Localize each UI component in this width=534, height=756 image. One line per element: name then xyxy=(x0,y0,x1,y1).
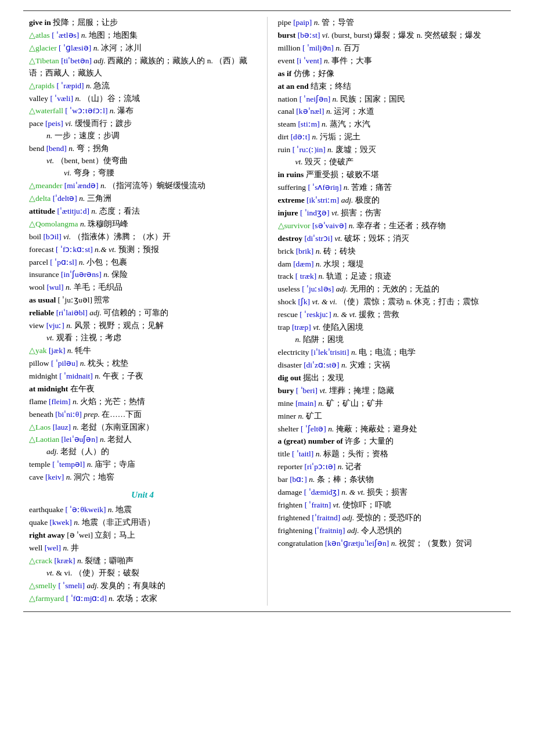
pos: n. xyxy=(341,183,349,192)
word: disaster xyxy=(278,361,302,369)
list-item: △atlas [ ˈætləs] n. 地图；地图集 xyxy=(29,30,257,42)
definition: （指液体）沸腾；（水）开 xyxy=(71,232,170,241)
phonetic: [ ˈætləs] xyxy=(50,31,80,39)
definition-2: vt. 毁灭；使破产 xyxy=(278,156,506,168)
definition: 老挝人 xyxy=(106,435,132,444)
list-item: in ruins 严重受损；破败不堪 xyxy=(278,169,506,181)
page-container: give in 投降；屈服；让步△atlas [ ˈætləs] n. 地图；地… xyxy=(23,10,511,612)
pos: vt. xyxy=(333,234,342,243)
list-item: useless [ ˈjuːsləs] adj. 无用的；无效的；无益的 xyxy=(278,283,506,296)
pos: n. xyxy=(347,221,355,230)
word: cave xyxy=(29,473,44,481)
definition: 废墟；毁灭 xyxy=(333,145,376,154)
word: useless xyxy=(278,285,300,293)
word: boil xyxy=(29,232,41,241)
word: well xyxy=(29,543,42,552)
list-item: shock [ʃk] vt. & vi. （使）震惊；震动 n. 休克；打击；震… xyxy=(278,296,506,308)
phonetic: [ ˈəːθkweik] xyxy=(63,505,106,514)
definition: 砖；砖块 xyxy=(322,247,356,255)
pos: n. xyxy=(98,435,106,444)
definition: 损失；损害 xyxy=(365,488,407,496)
word: rescue xyxy=(278,310,298,319)
list-item: pillow [ ˈpiləu] n. 枕头；枕垫 xyxy=(29,358,257,370)
list-item: △Laotian [leiˈəuʃən] n. 老挝人adj. 老挝（人）的 xyxy=(29,434,257,458)
list-item: △delta [ˈdeltə] n. 三角洲 xyxy=(29,193,257,205)
word: smelly xyxy=(35,581,56,590)
definition: 风景；视野；观点；见解 xyxy=(72,321,163,330)
pos: n. xyxy=(102,270,110,279)
word: canal xyxy=(278,107,294,116)
definition: 记者 xyxy=(344,462,362,471)
list-item: dam [dæm] n. 水坝；堰堤 xyxy=(278,258,506,271)
definition-2: vt. （bent, bent）使弯曲 xyxy=(29,155,257,167)
word: dam xyxy=(278,260,291,268)
word: view xyxy=(29,321,44,330)
definition: 条；棒；条状物 xyxy=(315,475,373,484)
definition-2: n. 陷阱；困境 xyxy=(278,334,506,346)
pos: n. & vt. xyxy=(331,310,357,319)
list-item: cave [keiv] n. 洞穴；地窖 xyxy=(29,471,257,484)
list-item: △rapids [ ˈræpid] n. 急流 xyxy=(29,80,257,92)
pos: n. xyxy=(73,94,81,103)
list-item: frightened [ˈfraitnd] adj. 受惊的；受恐吓的 xyxy=(278,512,506,524)
word: shelter xyxy=(278,424,299,433)
word: electricity xyxy=(278,348,309,357)
pos: n. xyxy=(322,56,330,65)
pos: n. xyxy=(326,424,334,433)
definition: 百万 xyxy=(341,44,359,52)
definition: 牦牛 xyxy=(73,346,91,355)
list-item: temple [ ˈtempəl] n. 庙宇；寺庙 xyxy=(29,459,257,471)
word: temple xyxy=(29,460,50,469)
pos: n. xyxy=(64,321,73,330)
word: atlas xyxy=(35,31,50,39)
pos: n. xyxy=(89,207,98,215)
list-item: parcel [ ˈpɑːsl] n. 小包；包裹 xyxy=(29,257,257,269)
phonetic: [ ˈindʒə] xyxy=(298,208,330,217)
list-item: bar [bɑː] n. 条；棒；条状物 xyxy=(278,474,506,486)
list-item: △smelly [ ˈsmeli] adj. 发臭的；有臭味的 xyxy=(29,580,257,592)
list-item: million [ ˈmiljən] n. 百万 xyxy=(278,42,506,55)
definition: 破坏；毁坏；消灭 xyxy=(342,234,409,243)
list-item: reporter [riˈpɔːtə] n. 记者 xyxy=(278,461,506,473)
definition: 农场；农家 xyxy=(114,594,157,603)
word: Tibetan xyxy=(35,56,59,65)
pos: n. xyxy=(91,44,99,52)
pos: adj. xyxy=(85,581,99,590)
list-item: dirt [dəːt] n. 污垢；泥土 xyxy=(278,131,506,143)
word: pipe xyxy=(278,18,291,27)
definition: （使）震惊；震动 n. 休克；打击；震惊 xyxy=(337,297,479,306)
pos: vt. xyxy=(317,386,327,395)
phonetic: [brik] xyxy=(294,247,313,255)
phonetic: [ ˈsʌfəriŋ] xyxy=(306,183,341,192)
word: ruin xyxy=(278,145,291,154)
pos: vt. xyxy=(311,323,321,332)
phonetic: [ˈfraitnd] xyxy=(310,513,340,522)
pos: adj. xyxy=(345,526,359,535)
definition: 矿；矿山；矿井 xyxy=(324,399,383,408)
word: suffering xyxy=(278,183,306,192)
definition: 污垢；泥土 xyxy=(318,132,360,141)
phonetic: [bəːst] xyxy=(295,31,320,39)
pos: n. xyxy=(71,423,79,431)
definition: 管；导管 xyxy=(320,18,354,27)
definition: 矿工 xyxy=(304,412,322,420)
definition: 祝贺；（复数）贺词 xyxy=(397,539,472,548)
list-item: △Qomolangma n. 珠穆朗玛峰 xyxy=(29,218,257,231)
list-item: burst [bəːst] vi. (burst, burst) 爆裂；爆发 n… xyxy=(278,30,506,42)
definition: 三角洲 xyxy=(85,194,111,203)
definition: 裂缝；噼啪声 xyxy=(83,556,134,565)
word: Laos xyxy=(35,423,50,431)
definition: 态度；看法 xyxy=(97,207,139,215)
pos: n. xyxy=(64,283,72,291)
definition: 运河；水道 xyxy=(332,107,374,116)
word: waterfall xyxy=(35,106,63,115)
word: injure xyxy=(278,208,298,217)
word: wool xyxy=(29,283,45,291)
phonetic: [bend] xyxy=(44,144,67,153)
list-item: valley [ ˈvæli] n. （山）谷；流域 xyxy=(29,93,257,105)
definition: （山）谷；流域 xyxy=(81,94,140,103)
definition: 井 xyxy=(69,543,79,552)
definition: 极度的 xyxy=(353,196,379,204)
list-item: flame [fleim] n. 火焰；光芒；热情 xyxy=(29,396,257,408)
pos: n. xyxy=(307,475,315,484)
